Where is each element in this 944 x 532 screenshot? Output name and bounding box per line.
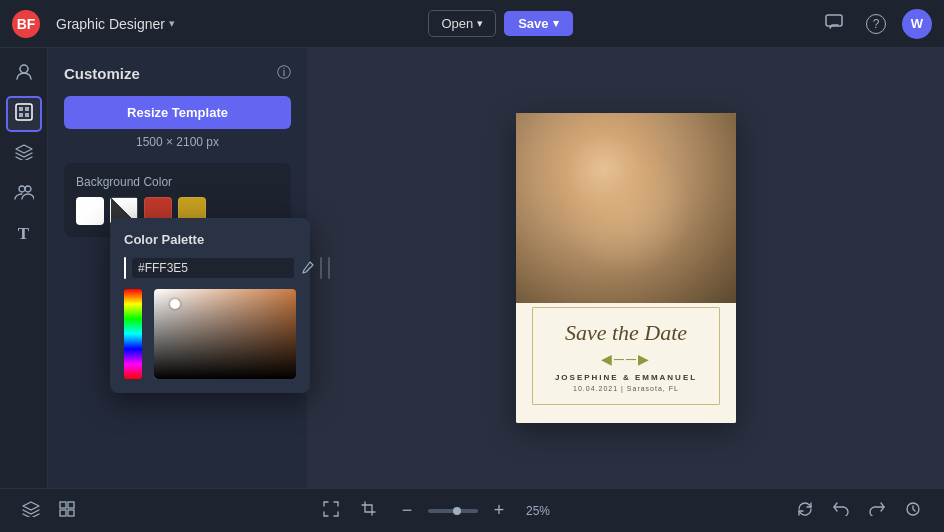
help-icon: ? xyxy=(866,14,886,34)
rainbow-swatch-icon[interactable] xyxy=(328,257,330,279)
customize-panel: Customize ⓘ Resize Template 1500 × 2100 … xyxy=(48,48,308,488)
redo-button[interactable] xyxy=(862,496,892,526)
zoom-out-icon: − xyxy=(402,500,413,521)
customize-icon xyxy=(15,103,33,125)
rail-people-button[interactable] xyxy=(6,176,42,212)
bottom-left-tools xyxy=(16,496,82,526)
save-dropdown-icon: ▾ xyxy=(553,17,559,30)
svg-rect-9 xyxy=(60,502,66,508)
zoom-percent-label: 25% xyxy=(520,504,556,518)
help-button[interactable]: ? xyxy=(860,8,892,40)
design-card: Save the Date ◀──▶ JOSEPHINE & EMMANUEL … xyxy=(516,113,736,423)
top-bar-right: ? W xyxy=(818,8,932,40)
card-date-location: 10.04.2021 | Sarasota, FL xyxy=(573,385,679,392)
swatch-white[interactable] xyxy=(76,197,104,225)
icon-rail: T xyxy=(0,48,48,488)
svg-rect-5 xyxy=(19,113,23,117)
layers-icon xyxy=(15,144,33,164)
rail-layers-button[interactable] xyxy=(6,136,42,172)
app-title-label: Graphic Designer xyxy=(56,16,165,32)
bg-color-label: Background Color xyxy=(76,175,279,189)
app-title-button[interactable]: Graphic Designer ▾ xyxy=(48,12,183,36)
dropdown-arrow-icon: ▾ xyxy=(169,17,175,30)
chat-button[interactable] xyxy=(818,8,850,40)
fit-page-button[interactable] xyxy=(316,496,346,526)
color-picker-handle[interactable] xyxy=(170,299,180,309)
svg-point-8 xyxy=(25,186,31,192)
rail-customize-button[interactable] xyxy=(6,96,42,132)
undo-icon xyxy=(833,502,849,520)
combo-swatch-icon[interactable] xyxy=(320,257,322,279)
crop-button[interactable] xyxy=(354,496,384,526)
zoom-controls: − + 25% xyxy=(392,496,556,526)
gradient-picker-row xyxy=(124,289,296,379)
card-arrow-decoration: ◀──▶ xyxy=(601,351,651,367)
layers-panel-button[interactable] xyxy=(16,496,46,526)
color-palette-popup: Color Palette xyxy=(110,218,310,393)
bottom-right-tools xyxy=(790,496,928,526)
text-icon: T xyxy=(18,224,29,244)
main-layout: T Customize ⓘ Resize Template 1500 × 210… xyxy=(0,48,944,488)
redo-icon xyxy=(869,502,885,520)
hex-input[interactable] xyxy=(132,258,294,278)
template-size-label: 1500 × 2100 px xyxy=(64,135,291,149)
palette-title: Color Palette xyxy=(124,232,296,247)
bottom-center-tools: − + 25% xyxy=(316,496,556,526)
panel-title: Customize xyxy=(64,65,140,82)
palette-icons-row xyxy=(124,257,296,279)
zoom-out-button[interactable]: − xyxy=(392,496,422,526)
top-bar-center: Open ▾ Save ▾ xyxy=(428,10,572,37)
refresh-button[interactable] xyxy=(790,496,820,526)
open-dropdown-icon: ▾ xyxy=(477,17,483,30)
rail-profile-button[interactable] xyxy=(6,56,42,92)
resize-template-button[interactable]: Resize Template xyxy=(64,96,291,129)
zoom-slider-track[interactable] xyxy=(428,509,478,513)
zoom-in-button[interactable]: + xyxy=(484,496,514,526)
history-icon xyxy=(905,501,921,521)
card-text-area: Save the Date ◀──▶ JOSEPHINE & EMMANUEL … xyxy=(532,307,720,404)
open-label: Open xyxy=(441,16,473,31)
grid-panel-button[interactable] xyxy=(52,496,82,526)
layers-panel-icon xyxy=(22,501,40,521)
crop-icon xyxy=(361,501,377,521)
top-bar: BF Graphic Designer ▾ Open ▾ Save ▾ ? W xyxy=(0,0,944,48)
zoom-in-icon: + xyxy=(494,500,505,521)
open-button[interactable]: Open ▾ xyxy=(428,10,496,37)
app-logo: BF xyxy=(12,10,40,38)
save-label: Save xyxy=(518,16,548,31)
eyedropper-icon[interactable] xyxy=(300,258,314,278)
palette-swatch-preview[interactable] xyxy=(124,257,126,279)
undo-button[interactable] xyxy=(826,496,856,526)
svg-rect-11 xyxy=(60,510,66,516)
people-icon xyxy=(14,184,34,204)
couple-photo-bg xyxy=(516,113,736,303)
svg-point-1 xyxy=(20,65,28,73)
profile-icon xyxy=(15,63,33,85)
refresh-icon xyxy=(797,501,813,521)
history-button[interactable] xyxy=(898,496,928,526)
card-photo xyxy=(516,113,736,303)
svg-rect-10 xyxy=(68,502,74,508)
rail-text-button[interactable]: T xyxy=(6,216,42,252)
top-bar-left: BF Graphic Designer ▾ xyxy=(12,10,183,38)
svg-rect-3 xyxy=(19,107,23,111)
hue-strip[interactable] xyxy=(124,289,142,379)
chat-icon xyxy=(825,14,843,34)
zoom-slider-thumb[interactable] xyxy=(453,507,461,515)
info-icon[interactable]: ⓘ xyxy=(277,64,291,82)
svg-rect-6 xyxy=(25,113,29,117)
svg-point-7 xyxy=(19,186,25,192)
svg-rect-4 xyxy=(25,107,29,111)
card-main-title: Save the Date xyxy=(565,320,687,346)
svg-rect-2 xyxy=(16,104,32,120)
user-avatar[interactable]: W xyxy=(902,9,932,39)
grid-panel-icon xyxy=(59,501,75,521)
save-button[interactable]: Save ▾ xyxy=(504,11,572,36)
canvas-area[interactable]: Save the Date ◀──▶ JOSEPHINE & EMMANUEL … xyxy=(308,48,944,488)
panel-header: Customize ⓘ xyxy=(64,64,291,82)
card-names: JOSEPHINE & EMMANUEL xyxy=(555,373,697,382)
fit-page-icon xyxy=(323,501,339,521)
bottom-toolbar: − + 25% xyxy=(0,488,944,532)
saturation-field[interactable] xyxy=(154,289,296,379)
svg-rect-12 xyxy=(68,510,74,516)
